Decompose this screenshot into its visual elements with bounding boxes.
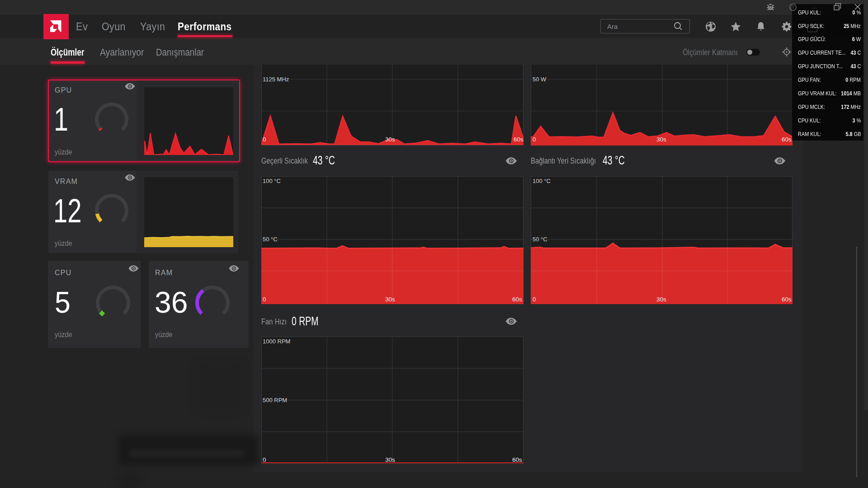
svg-text:?: ? (792, 5, 794, 10)
